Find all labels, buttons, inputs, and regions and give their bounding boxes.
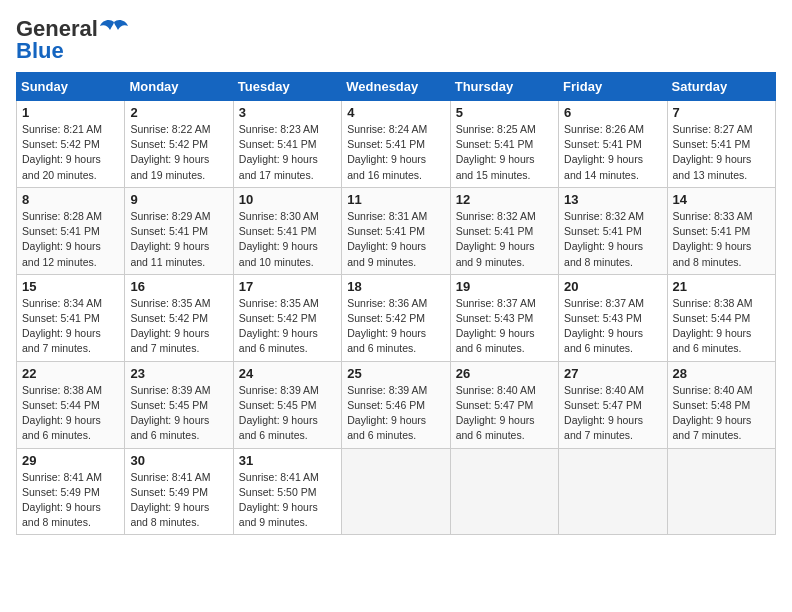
calendar-cell: 15Sunrise: 8:34 AMSunset: 5:41 PMDayligh…	[17, 274, 125, 361]
col-header-sunday: Sunday	[17, 73, 125, 101]
header-row: SundayMondayTuesdayWednesdayThursdayFrid…	[17, 73, 776, 101]
day-number: 15	[22, 279, 119, 294]
day-number: 24	[239, 366, 336, 381]
cell-info: Sunrise: 8:31 AMSunset: 5:41 PMDaylight:…	[347, 210, 427, 268]
calendar-cell: 25Sunrise: 8:39 AMSunset: 5:46 PMDayligh…	[342, 361, 450, 448]
cell-info: Sunrise: 8:41 AMSunset: 5:50 PMDaylight:…	[239, 471, 319, 529]
col-header-friday: Friday	[559, 73, 667, 101]
calendar-cell: 31Sunrise: 8:41 AMSunset: 5:50 PMDayligh…	[233, 448, 341, 535]
calendar-cell: 30Sunrise: 8:41 AMSunset: 5:49 PMDayligh…	[125, 448, 233, 535]
calendar-cell: 17Sunrise: 8:35 AMSunset: 5:42 PMDayligh…	[233, 274, 341, 361]
cell-info: Sunrise: 8:34 AMSunset: 5:41 PMDaylight:…	[22, 297, 102, 355]
calendar-week-5: 29Sunrise: 8:41 AMSunset: 5:49 PMDayligh…	[17, 448, 776, 535]
day-number: 9	[130, 192, 227, 207]
cell-info: Sunrise: 8:35 AMSunset: 5:42 PMDaylight:…	[130, 297, 210, 355]
calendar-cell: 13Sunrise: 8:32 AMSunset: 5:41 PMDayligh…	[559, 187, 667, 274]
calendar-cell: 14Sunrise: 8:33 AMSunset: 5:41 PMDayligh…	[667, 187, 775, 274]
day-number: 13	[564, 192, 661, 207]
cell-info: Sunrise: 8:41 AMSunset: 5:49 PMDaylight:…	[130, 471, 210, 529]
calendar-cell	[667, 448, 775, 535]
cell-info: Sunrise: 8:24 AMSunset: 5:41 PMDaylight:…	[347, 123, 427, 181]
calendar-week-2: 8Sunrise: 8:28 AMSunset: 5:41 PMDaylight…	[17, 187, 776, 274]
day-number: 25	[347, 366, 444, 381]
cell-info: Sunrise: 8:35 AMSunset: 5:42 PMDaylight:…	[239, 297, 319, 355]
calendar-cell: 18Sunrise: 8:36 AMSunset: 5:42 PMDayligh…	[342, 274, 450, 361]
calendar-cell: 1Sunrise: 8:21 AMSunset: 5:42 PMDaylight…	[17, 101, 125, 188]
day-number: 2	[130, 105, 227, 120]
day-number: 1	[22, 105, 119, 120]
calendar-cell	[342, 448, 450, 535]
calendar-table: SundayMondayTuesdayWednesdayThursdayFrid…	[16, 72, 776, 535]
day-number: 20	[564, 279, 661, 294]
calendar-cell: 26Sunrise: 8:40 AMSunset: 5:47 PMDayligh…	[450, 361, 558, 448]
day-number: 26	[456, 366, 553, 381]
cell-info: Sunrise: 8:38 AMSunset: 5:44 PMDaylight:…	[22, 384, 102, 442]
calendar-cell: 4Sunrise: 8:24 AMSunset: 5:41 PMDaylight…	[342, 101, 450, 188]
logo-bird-icon	[100, 18, 128, 40]
day-number: 31	[239, 453, 336, 468]
cell-info: Sunrise: 8:25 AMSunset: 5:41 PMDaylight:…	[456, 123, 536, 181]
calendar-cell: 12Sunrise: 8:32 AMSunset: 5:41 PMDayligh…	[450, 187, 558, 274]
cell-info: Sunrise: 8:38 AMSunset: 5:44 PMDaylight:…	[673, 297, 753, 355]
calendar-cell: 29Sunrise: 8:41 AMSunset: 5:49 PMDayligh…	[17, 448, 125, 535]
col-header-wednesday: Wednesday	[342, 73, 450, 101]
calendar-cell: 11Sunrise: 8:31 AMSunset: 5:41 PMDayligh…	[342, 187, 450, 274]
cell-info: Sunrise: 8:23 AMSunset: 5:41 PMDaylight:…	[239, 123, 319, 181]
cell-info: Sunrise: 8:37 AMSunset: 5:43 PMDaylight:…	[456, 297, 536, 355]
day-number: 6	[564, 105, 661, 120]
day-number: 3	[239, 105, 336, 120]
calendar-cell: 23Sunrise: 8:39 AMSunset: 5:45 PMDayligh…	[125, 361, 233, 448]
calendar-cell	[450, 448, 558, 535]
cell-info: Sunrise: 8:27 AMSunset: 5:41 PMDaylight:…	[673, 123, 753, 181]
cell-info: Sunrise: 8:40 AMSunset: 5:48 PMDaylight:…	[673, 384, 753, 442]
col-header-monday: Monday	[125, 73, 233, 101]
page-header: General Blue	[16, 16, 776, 64]
day-number: 22	[22, 366, 119, 381]
day-number: 16	[130, 279, 227, 294]
day-number: 5	[456, 105, 553, 120]
cell-info: Sunrise: 8:39 AMSunset: 5:45 PMDaylight:…	[239, 384, 319, 442]
calendar-cell: 24Sunrise: 8:39 AMSunset: 5:45 PMDayligh…	[233, 361, 341, 448]
logo: General Blue	[16, 16, 128, 64]
cell-info: Sunrise: 8:26 AMSunset: 5:41 PMDaylight:…	[564, 123, 644, 181]
calendar-cell: 3Sunrise: 8:23 AMSunset: 5:41 PMDaylight…	[233, 101, 341, 188]
day-number: 17	[239, 279, 336, 294]
calendar-cell: 28Sunrise: 8:40 AMSunset: 5:48 PMDayligh…	[667, 361, 775, 448]
day-number: 4	[347, 105, 444, 120]
calendar-cell: 6Sunrise: 8:26 AMSunset: 5:41 PMDaylight…	[559, 101, 667, 188]
day-number: 7	[673, 105, 770, 120]
calendar-cell: 7Sunrise: 8:27 AMSunset: 5:41 PMDaylight…	[667, 101, 775, 188]
cell-info: Sunrise: 8:21 AMSunset: 5:42 PMDaylight:…	[22, 123, 102, 181]
day-number: 11	[347, 192, 444, 207]
calendar-cell: 16Sunrise: 8:35 AMSunset: 5:42 PMDayligh…	[125, 274, 233, 361]
day-number: 12	[456, 192, 553, 207]
logo-blue-text: Blue	[16, 38, 64, 64]
cell-info: Sunrise: 8:22 AMSunset: 5:42 PMDaylight:…	[130, 123, 210, 181]
calendar-cell: 5Sunrise: 8:25 AMSunset: 5:41 PMDaylight…	[450, 101, 558, 188]
day-number: 30	[130, 453, 227, 468]
cell-info: Sunrise: 8:40 AMSunset: 5:47 PMDaylight:…	[456, 384, 536, 442]
day-number: 29	[22, 453, 119, 468]
day-number: 8	[22, 192, 119, 207]
cell-info: Sunrise: 8:37 AMSunset: 5:43 PMDaylight:…	[564, 297, 644, 355]
day-number: 10	[239, 192, 336, 207]
day-number: 21	[673, 279, 770, 294]
calendar-week-1: 1Sunrise: 8:21 AMSunset: 5:42 PMDaylight…	[17, 101, 776, 188]
day-number: 19	[456, 279, 553, 294]
col-header-saturday: Saturday	[667, 73, 775, 101]
day-number: 14	[673, 192, 770, 207]
cell-info: Sunrise: 8:41 AMSunset: 5:49 PMDaylight:…	[22, 471, 102, 529]
cell-info: Sunrise: 8:39 AMSunset: 5:45 PMDaylight:…	[130, 384, 210, 442]
calendar-cell: 8Sunrise: 8:28 AMSunset: 5:41 PMDaylight…	[17, 187, 125, 274]
calendar-cell: 9Sunrise: 8:29 AMSunset: 5:41 PMDaylight…	[125, 187, 233, 274]
calendar-week-3: 15Sunrise: 8:34 AMSunset: 5:41 PMDayligh…	[17, 274, 776, 361]
calendar-cell: 22Sunrise: 8:38 AMSunset: 5:44 PMDayligh…	[17, 361, 125, 448]
calendar-week-4: 22Sunrise: 8:38 AMSunset: 5:44 PMDayligh…	[17, 361, 776, 448]
calendar-cell: 20Sunrise: 8:37 AMSunset: 5:43 PMDayligh…	[559, 274, 667, 361]
calendar-cell: 10Sunrise: 8:30 AMSunset: 5:41 PMDayligh…	[233, 187, 341, 274]
cell-info: Sunrise: 8:32 AMSunset: 5:41 PMDaylight:…	[564, 210, 644, 268]
col-header-tuesday: Tuesday	[233, 73, 341, 101]
cell-info: Sunrise: 8:36 AMSunset: 5:42 PMDaylight:…	[347, 297, 427, 355]
calendar-cell: 21Sunrise: 8:38 AMSunset: 5:44 PMDayligh…	[667, 274, 775, 361]
calendar-cell: 2Sunrise: 8:22 AMSunset: 5:42 PMDaylight…	[125, 101, 233, 188]
